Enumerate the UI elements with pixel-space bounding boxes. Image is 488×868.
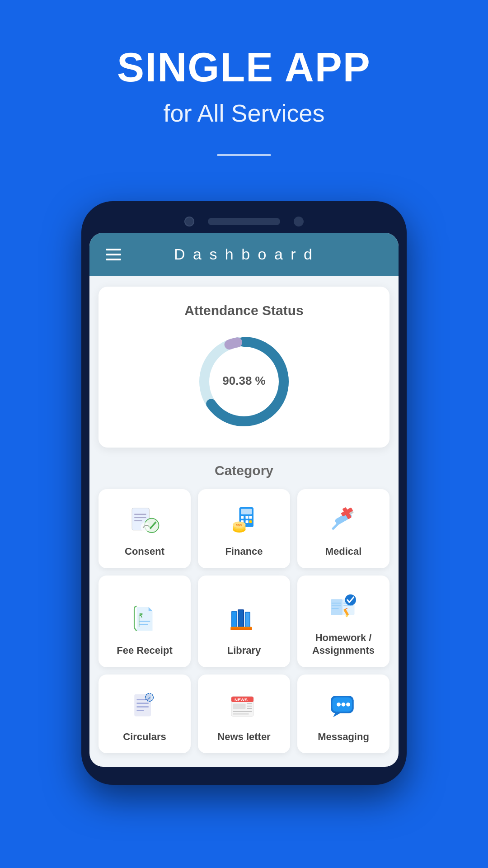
svg-rect-34 xyxy=(232,612,236,627)
hero-divider xyxy=(217,154,271,156)
dashboard-header: D a s h b o a r d xyxy=(89,233,399,276)
hero-subtitle: for All Services xyxy=(27,99,461,127)
svg-text:NEWS: NEWS xyxy=(235,697,248,702)
svg-rect-41 xyxy=(331,599,343,615)
circulars-label: Circulars xyxy=(123,731,166,744)
category-title: Category xyxy=(99,463,389,478)
svg-rect-36 xyxy=(239,610,244,627)
medical-label: Medical xyxy=(325,545,362,558)
homework-label: Homework / Assignments xyxy=(304,632,383,657)
svg-rect-11 xyxy=(241,509,252,514)
category-item-circulars[interactable]: ✓ Circulars xyxy=(99,675,191,754)
phone-notch xyxy=(89,210,399,233)
svg-rect-63 xyxy=(233,703,246,709)
newsletter-label: News letter xyxy=(217,731,270,744)
finance-icon: $$$ xyxy=(226,502,262,538)
category-grid: Consent xyxy=(99,489,389,753)
category-item-finance[interactable]: $$$ Finance xyxy=(198,489,290,568)
hero-section: SINGLE APP for All Services xyxy=(0,0,488,201)
attendance-card: Attendance Status 90.38 % xyxy=(99,287,389,448)
medical-icon xyxy=(325,502,361,538)
consent-label: Consent xyxy=(125,545,164,558)
svg-point-71 xyxy=(337,703,341,707)
svg-text:✓: ✓ xyxy=(148,696,151,700)
svg-rect-14 xyxy=(249,516,252,519)
category-item-consent[interactable]: Consent xyxy=(99,489,191,568)
camera-icon xyxy=(184,217,194,226)
svg-line-25 xyxy=(333,523,338,528)
svg-rect-12 xyxy=(241,516,244,519)
dashboard-title: D a s h b o a r d xyxy=(174,245,314,263)
hamburger-icon[interactable] xyxy=(106,249,121,260)
category-section: Category xyxy=(89,458,399,767)
svg-rect-13 xyxy=(246,516,249,519)
circulars-icon: ✓ xyxy=(127,687,163,723)
category-item-messaging[interactable]: Messaging xyxy=(297,675,389,754)
category-item-homework[interactable]: Homework / Assignments xyxy=(297,576,389,667)
speaker-grille xyxy=(208,218,280,225)
phone-wrapper: D a s h b o a r d Attendance Status 90.3… xyxy=(0,201,488,785)
svg-text:$$$: $$$ xyxy=(236,523,243,527)
attendance-status-label: Attendance Status xyxy=(112,303,376,318)
category-item-newsletter[interactable]: NEWS News letter xyxy=(198,675,290,754)
finance-label: Finance xyxy=(225,545,263,558)
donut-chart: 90.38 % xyxy=(112,332,376,431)
consent-icon xyxy=(127,502,163,538)
attendance-percentage: 90.38 % xyxy=(222,374,265,387)
svg-point-73 xyxy=(346,703,350,707)
svg-point-9 xyxy=(141,522,150,532)
phone-screen: D a s h b o a r d Attendance Status 90.3… xyxy=(89,233,399,767)
category-item-fee-receipt[interactable]: ₹ Fee Receipt xyxy=(99,576,191,667)
phone-frame: D a s h b o a r d Attendance Status 90.3… xyxy=(81,201,407,785)
fee-receipt-label: Fee Receipt xyxy=(117,644,173,657)
svg-text:₹: ₹ xyxy=(139,613,143,619)
messaging-label: Messaging xyxy=(318,731,369,744)
svg-point-72 xyxy=(342,703,346,707)
category-item-medical[interactable]: Medical xyxy=(297,489,389,568)
library-icon xyxy=(226,601,262,637)
homework-icon xyxy=(325,588,361,624)
newsletter-icon: NEWS xyxy=(226,687,262,723)
svg-rect-38 xyxy=(246,613,250,627)
category-item-library[interactable]: Library xyxy=(198,576,290,667)
library-label: Library xyxy=(227,644,261,657)
sensor-icon xyxy=(294,217,304,226)
fee-receipt-icon: ₹ xyxy=(127,601,163,637)
messaging-icon xyxy=(325,687,361,723)
svg-rect-17 xyxy=(249,520,252,523)
svg-rect-40 xyxy=(230,628,252,630)
svg-rect-16 xyxy=(246,520,249,523)
hero-title: SINGLE APP xyxy=(27,45,461,90)
